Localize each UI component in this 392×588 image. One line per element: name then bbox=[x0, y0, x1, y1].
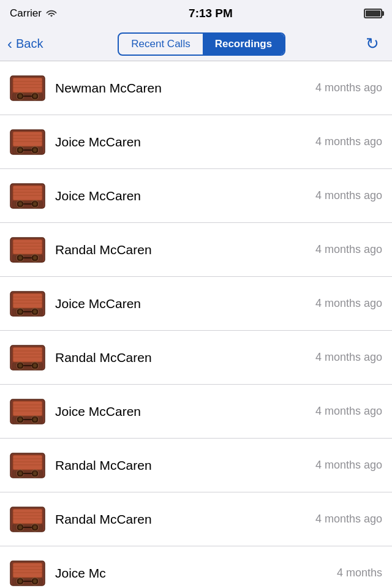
item-name: Randal McCaren bbox=[55, 512, 152, 527]
recordings-list: Newman McCaren 4 months ago bbox=[0, 61, 392, 588]
item-time: 4 months ago bbox=[315, 189, 382, 202]
svg-point-64 bbox=[33, 364, 37, 368]
refresh-icon: ↻ bbox=[366, 34, 379, 53]
cassette-icon bbox=[10, 237, 45, 263]
item-text: Joice McCaren 4 months ago bbox=[55, 189, 382, 203]
svg-point-7 bbox=[18, 94, 22, 98]
wifi-icon bbox=[45, 9, 58, 18]
item-name: Joice McCaren bbox=[55, 404, 141, 419]
carrier-label: Carrier bbox=[10, 7, 42, 20]
status-bar: Carrier 7:13 PM bbox=[0, 0, 392, 27]
cassette-icon bbox=[10, 345, 45, 371]
svg-rect-34 bbox=[13, 239, 42, 254]
item-time: 4 months ago bbox=[315, 513, 382, 526]
cassette-icon bbox=[10, 183, 45, 209]
list-item[interactable]: Joice McCaren 4 months ago bbox=[0, 115, 392, 169]
svg-point-75 bbox=[33, 418, 37, 421]
item-name: Newman McCaren bbox=[55, 81, 162, 96]
svg-point-51 bbox=[18, 310, 22, 314]
list-item[interactable]: Joice McCaren 4 months ago bbox=[0, 169, 392, 223]
back-label: Back bbox=[16, 37, 43, 51]
list-item[interactable]: Randal McCaren 4 months ago bbox=[0, 331, 392, 385]
item-time: 4 months ago bbox=[315, 351, 382, 364]
item-time: 4 months ago bbox=[315, 459, 382, 472]
item-time: 4 months bbox=[337, 567, 382, 579]
item-time: 4 months ago bbox=[315, 405, 382, 418]
battery-icon bbox=[364, 9, 382, 18]
item-name: Joice McCaren bbox=[55, 296, 141, 311]
svg-rect-56 bbox=[13, 347, 42, 362]
svg-point-31 bbox=[33, 202, 37, 206]
svg-rect-100 bbox=[13, 563, 42, 578]
segmented-control: Recent Calls Recordings bbox=[118, 32, 285, 56]
svg-rect-78 bbox=[13, 455, 42, 470]
item-text: Randal McCaren 4 months ago bbox=[55, 350, 382, 365]
cassette-icon bbox=[10, 75, 45, 101]
svg-rect-45 bbox=[13, 293, 42, 308]
list-item[interactable]: Randal McCaren 4 months ago bbox=[0, 492, 392, 546]
cassette-icon bbox=[10, 291, 45, 317]
svg-point-62 bbox=[18, 364, 22, 368]
item-time: 4 months ago bbox=[315, 135, 382, 148]
nav-bar: ‹ Back Recent Calls Recordings ↻ bbox=[0, 27, 392, 61]
back-button[interactable]: ‹ Back bbox=[7, 36, 43, 53]
svg-rect-67 bbox=[13, 401, 42, 416]
svg-rect-12 bbox=[13, 132, 42, 146]
cassette-icon bbox=[10, 129, 45, 155]
svg-point-108 bbox=[33, 579, 37, 583]
cassette-icon bbox=[10, 560, 45, 586]
carrier-area: Carrier bbox=[10, 7, 58, 20]
item-time: 4 months ago bbox=[315, 297, 382, 310]
list-item[interactable]: Joice McCaren 4 months ago bbox=[0, 277, 392, 331]
item-name: Joice McCaren bbox=[55, 189, 141, 203]
item-text: Randal McCaren 4 months ago bbox=[55, 458, 382, 473]
svg-point-42 bbox=[33, 256, 37, 260]
item-time: 4 months ago bbox=[315, 243, 382, 256]
item-text: Randal McCaren 4 months ago bbox=[55, 512, 382, 527]
svg-point-97 bbox=[33, 526, 37, 529]
svg-point-84 bbox=[18, 472, 22, 475]
refresh-button[interactable]: ↻ bbox=[360, 32, 385, 56]
battery-area bbox=[364, 9, 382, 18]
status-time: 7:13 PM bbox=[189, 7, 233, 20]
item-name: Randal McCaren bbox=[55, 458, 152, 473]
item-text: Joice McCaren 4 months ago bbox=[55, 296, 382, 311]
svg-point-95 bbox=[18, 526, 22, 529]
item-time: 4 months ago bbox=[315, 81, 382, 94]
cassette-icon bbox=[10, 507, 45, 532]
cassette-icon bbox=[10, 453, 45, 478]
svg-point-40 bbox=[18, 256, 22, 260]
svg-point-29 bbox=[18, 202, 22, 206]
svg-rect-89 bbox=[13, 509, 42, 524]
svg-point-106 bbox=[18, 579, 22, 583]
svg-point-73 bbox=[18, 418, 22, 421]
item-name: Randal McCaren bbox=[55, 243, 152, 257]
item-text: Newman McCaren 4 months ago bbox=[55, 81, 382, 96]
tab-recent-calls[interactable]: Recent Calls bbox=[119, 34, 202, 55]
svg-point-18 bbox=[18, 148, 22, 152]
back-chevron-icon: ‹ bbox=[7, 36, 12, 53]
svg-point-9 bbox=[33, 94, 37, 98]
battery-fill bbox=[366, 10, 380, 17]
tab-recordings[interactable]: Recordings bbox=[203, 34, 285, 55]
svg-point-53 bbox=[33, 310, 37, 314]
item-name: Randal McCaren bbox=[55, 350, 152, 365]
item-text: Joice McCaren 4 months ago bbox=[55, 404, 382, 419]
svg-rect-1 bbox=[13, 78, 42, 92]
list-item[interactable]: Joice Mc 4 months bbox=[0, 546, 392, 588]
list-item[interactable]: Randal McCaren 4 months ago bbox=[0, 439, 392, 492]
list-item[interactable]: Newman McCaren 4 months ago bbox=[0, 61, 392, 115]
item-name: Joice McCaren bbox=[55, 135, 141, 149]
item-text: Joice McCaren 4 months ago bbox=[55, 135, 382, 149]
svg-point-86 bbox=[33, 472, 37, 475]
item-text: Randal McCaren 4 months ago bbox=[55, 243, 382, 257]
list-item[interactable]: Randal McCaren 4 months ago bbox=[0, 223, 392, 277]
svg-rect-23 bbox=[13, 186, 42, 200]
item-text: Joice Mc 4 months bbox=[55, 566, 382, 581]
svg-point-20 bbox=[33, 148, 37, 152]
list-item[interactable]: Joice McCaren 4 months ago bbox=[0, 385, 392, 439]
cassette-icon bbox=[10, 399, 45, 424]
item-name: Joice Mc bbox=[55, 566, 106, 581]
